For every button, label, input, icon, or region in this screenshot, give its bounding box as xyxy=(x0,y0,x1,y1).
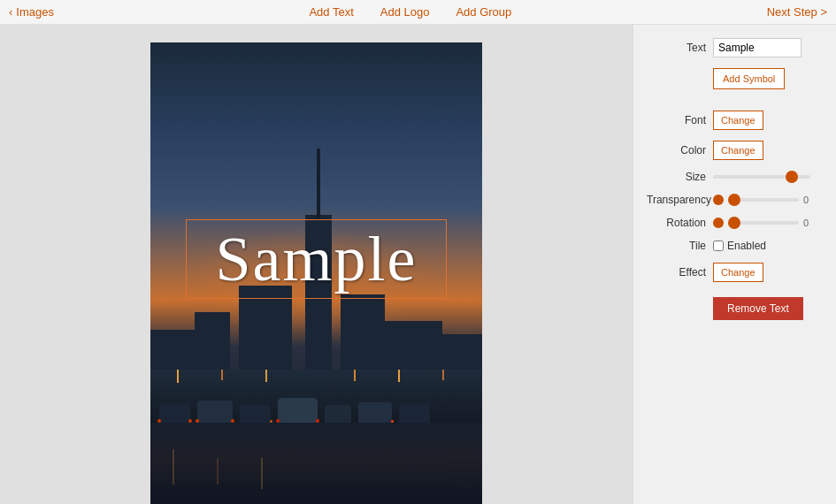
add-symbol-button[interactable]: Add Symbol xyxy=(713,68,785,89)
building-right3 xyxy=(438,334,482,374)
effect-label: Effect xyxy=(647,266,713,279)
right-panel: Text Add Symbol Font Change Color Change… xyxy=(633,25,836,504)
car-2 xyxy=(197,401,233,423)
car-6 xyxy=(358,402,392,423)
car-7 xyxy=(399,403,430,423)
rotation-value: 0 xyxy=(803,218,821,228)
building-right1 xyxy=(341,294,385,374)
text-label: Text xyxy=(647,42,713,54)
building-spire xyxy=(317,149,320,219)
building-left2 xyxy=(195,312,230,374)
topbar-center: Add Text Add Logo Add Group xyxy=(309,5,511,19)
canvas-area: Sample xyxy=(0,25,633,504)
overlay-text: Sample xyxy=(216,223,418,296)
car-4 xyxy=(278,398,318,423)
text-row: Text xyxy=(647,38,823,57)
add-group-button[interactable]: Add Group xyxy=(456,5,511,19)
topbar: ‹ Images Add Text Add Logo Add Group Nex… xyxy=(0,0,836,25)
cars-area xyxy=(150,378,482,423)
remove-text-row: Remove Text xyxy=(647,293,823,320)
remove-text-button[interactable]: Remove Text xyxy=(713,297,803,320)
add-logo-button[interactable]: Add Logo xyxy=(380,5,430,19)
effect-change-button[interactable]: Change xyxy=(713,263,763,282)
font-change-button[interactable]: Change xyxy=(713,111,763,130)
building-left3 xyxy=(150,330,195,374)
tile-enabled-label: Enabled xyxy=(727,240,766,252)
text-input[interactable] xyxy=(713,38,801,57)
back-arrow-icon: ‹ xyxy=(9,5,12,19)
car-1 xyxy=(159,403,190,423)
tile-row: Tile Enabled xyxy=(647,240,823,252)
add-text-button[interactable]: Add Text xyxy=(309,5,353,19)
size-slider-container xyxy=(713,175,823,179)
rotation-slider[interactable] xyxy=(728,221,799,225)
tile-checkbox[interactable] xyxy=(713,241,724,251)
transparency-label: Transparency xyxy=(647,194,713,206)
back-label[interactable]: Images xyxy=(16,5,54,19)
font-row: Font Change xyxy=(647,111,823,130)
rotation-label: Rotation xyxy=(647,217,713,229)
back-button[interactable]: ‹ Images xyxy=(9,5,54,19)
tile-checkbox-container: Enabled xyxy=(713,240,766,252)
water-reflection xyxy=(150,423,482,493)
size-slider[interactable] xyxy=(713,175,810,179)
size-label: Size xyxy=(647,171,713,183)
font-label: Font xyxy=(647,114,713,126)
size-row: Size xyxy=(647,171,823,183)
transparency-value: 0 xyxy=(803,195,821,205)
transparency-row: Transparency 0 xyxy=(647,194,823,206)
building-left1 xyxy=(239,286,292,374)
car-3 xyxy=(240,405,271,423)
building-right2 xyxy=(380,321,442,374)
image-canvas[interactable]: Sample xyxy=(150,42,482,504)
rotation-dot xyxy=(713,218,724,228)
color-row: Color Change xyxy=(647,141,823,160)
next-step-button[interactable]: Next Step > xyxy=(767,5,827,19)
car-5 xyxy=(325,405,351,423)
rotation-row: Rotation 0 xyxy=(647,217,823,229)
add-symbol-row: Add Symbol xyxy=(647,68,823,100)
next-step-label: Next Step > xyxy=(767,5,827,19)
transparency-dot xyxy=(713,195,724,205)
main: Sample Text Add Symbol Font Change Color… xyxy=(0,25,836,504)
text-overlay-box[interactable]: Sample xyxy=(186,219,447,299)
street-lights xyxy=(150,370,482,383)
tile-label: Tile xyxy=(647,240,713,252)
transparency-slider[interactable] xyxy=(728,198,799,202)
color-label: Color xyxy=(647,144,713,157)
effect-row: Effect Change xyxy=(647,263,823,282)
color-change-button[interactable]: Change xyxy=(713,141,763,160)
